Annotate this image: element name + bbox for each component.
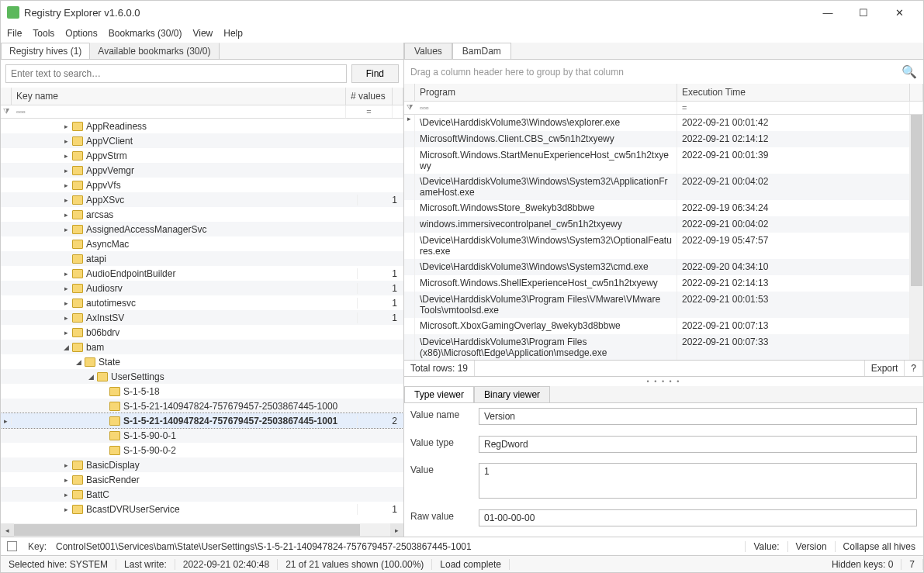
tree-row[interactable]: ◢bam bbox=[1, 340, 403, 354]
col-program[interactable]: Program bbox=[415, 84, 677, 101]
menu-options[interactable]: Options bbox=[65, 28, 97, 39]
maximize-button[interactable]: ☐ bbox=[846, 1, 881, 24]
help-button[interactable]: ? bbox=[905, 361, 923, 376]
expander-icon[interactable]: ▸ bbox=[61, 476, 71, 484]
menu-bookmarks[interactable]: Bookmarks (30/0) bbox=[109, 28, 182, 39]
tree-row[interactable]: ▸AxInstSV1 bbox=[1, 310, 403, 325]
value-field[interactable]: 1 bbox=[479, 463, 917, 499]
grid-row[interactable]: Microsoft.Windows.ShellExperienceHost_cw… bbox=[404, 275, 923, 292]
menu-file[interactable]: File bbox=[7, 28, 22, 39]
filter-icon[interactable]: ⧩ bbox=[1, 105, 12, 118]
expander-icon[interactable]: ◢ bbox=[86, 373, 95, 381]
search-input[interactable] bbox=[5, 64, 347, 83]
expander-icon[interactable]: ▸ bbox=[61, 211, 71, 219]
tree-row[interactable]: ▸AudioEndpointBuilder1 bbox=[1, 266, 403, 281]
search-icon[interactable]: 🔍 bbox=[902, 64, 917, 79]
minimize-button[interactable]: — bbox=[810, 1, 846, 24]
expander-icon[interactable]: ◢ bbox=[61, 343, 71, 351]
tree-row[interactable]: ▸AppXSvc1 bbox=[1, 192, 403, 207]
col-exectime[interactable]: Execution Time bbox=[677, 84, 910, 101]
tree-row[interactable]: S-1-5-18 bbox=[1, 384, 403, 399]
grid-row[interactable]: \Device\HarddiskVolume3\Windows\System32… bbox=[404, 233, 923, 259]
tree-row[interactable]: ▸BasicDisplay bbox=[1, 457, 403, 472]
col-extra[interactable] bbox=[393, 88, 403, 105]
tab-bamdam[interactable]: BamDam bbox=[452, 43, 511, 59]
tree-row[interactable]: S-1-5-21-140947824-757679457-2503867445-… bbox=[1, 399, 403, 413]
export-button[interactable]: Export bbox=[865, 361, 905, 376]
grid-row[interactable]: MicrosoftWindows.Client.CBS_cw5n1h2txyew… bbox=[404, 131, 923, 147]
valuename-field[interactable]: Version bbox=[479, 408, 917, 425]
key-checkbox[interactable] bbox=[7, 541, 17, 551]
valuetype-field[interactable]: RegDword bbox=[479, 436, 917, 453]
filter-keyname[interactable]: ▫▫▫ bbox=[12, 105, 346, 118]
expander-icon[interactable]: ▸ bbox=[61, 152, 71, 160]
grid-row[interactable]: Microsoft.XboxGamingOverlay_8wekyb3d8bbw… bbox=[404, 318, 923, 334]
tree-row[interactable]: ▸AppReadiness bbox=[1, 119, 403, 133]
tree-hscroll[interactable]: ◂ ▸ bbox=[1, 523, 403, 537]
grid-row[interactable]: \Device\HarddiskVolume3\Program Files (x… bbox=[404, 334, 923, 360]
collapse-all-button[interactable]: Collapse all hives bbox=[835, 541, 923, 552]
expander-icon[interactable]: ▸ bbox=[61, 226, 71, 233]
grid-row[interactable]: \Device\HarddiskVolume3\Windows\System32… bbox=[404, 259, 923, 275]
expander-icon[interactable]: ▸ bbox=[61, 285, 71, 292]
grid-row[interactable]: \Device\HarddiskVolume3\Windows\System32… bbox=[404, 174, 923, 200]
grid-row[interactable]: Microsoft.Windows.StartMenuExperienceHos… bbox=[404, 147, 923, 174]
tab-values[interactable]: Values bbox=[404, 43, 452, 59]
close-button[interactable]: ✕ bbox=[881, 1, 917, 24]
grid-row[interactable]: Microsoft.WindowsStore_8wekyb3d8bbwe2022… bbox=[404, 200, 923, 216]
tree-row[interactable]: ◢State bbox=[1, 354, 403, 369]
tree-row[interactable]: ▸BcastDVRUserService1 bbox=[1, 502, 403, 516]
col-values[interactable]: # values bbox=[346, 88, 393, 105]
expander-icon[interactable]: ▸ bbox=[61, 314, 71, 322]
tree-row[interactable]: S-1-5-90-0-1 bbox=[1, 428, 403, 443]
tree-row[interactable]: ▸arcsas bbox=[1, 207, 403, 222]
menu-tools[interactable]: Tools bbox=[33, 28, 54, 39]
tab-type-viewer[interactable]: Type viewer bbox=[404, 386, 474, 402]
expander-icon[interactable]: ▸ bbox=[61, 270, 71, 278]
menu-help[interactable]: Help bbox=[223, 28, 243, 39]
expander-icon[interactable]: ▸ bbox=[61, 461, 71, 469]
find-button[interactable]: Find bbox=[351, 64, 399, 83]
expander-icon[interactable]: ▸ bbox=[61, 491, 71, 499]
expander-icon[interactable]: ▸ bbox=[61, 137, 71, 145]
tree-row[interactable]: ▸S-1-5-21-140947824-757679457-2503867445… bbox=[1, 413, 403, 428]
expander-icon[interactable]: ◢ bbox=[74, 358, 83, 366]
tree-row[interactable]: ▸AppvVemgr bbox=[1, 163, 403, 178]
grid-row[interactable]: ▸\Device\HarddiskVolume3\Windows\explore… bbox=[404, 115, 923, 131]
filter-values[interactable]: = bbox=[346, 105, 393, 118]
expander-icon[interactable]: ▸ bbox=[61, 299, 71, 307]
tree-row[interactable]: ▸BasicRender bbox=[1, 472, 403, 487]
grid-row[interactable]: \Device\HarddiskVolume3\Program Files\VM… bbox=[404, 292, 923, 318]
expander-icon[interactable]: ▸ bbox=[61, 167, 71, 174]
tab-binary-viewer[interactable]: Binary viewer bbox=[474, 386, 550, 402]
expander-icon[interactable]: ▸ bbox=[61, 329, 71, 337]
rawvalue-field[interactable]: 01-00-00-00 bbox=[479, 509, 917, 526]
splitter-horizontal[interactable]: • • • • • bbox=[404, 377, 923, 386]
tree-row[interactable]: atapi bbox=[1, 251, 403, 266]
expander-icon[interactable]: ▸ bbox=[61, 181, 71, 189]
expander-icon[interactable]: ▸ bbox=[61, 506, 71, 513]
key-path[interactable]: ControlSet001\Services\bam\State\UserSet… bbox=[53, 541, 745, 552]
tree-row[interactable]: ▸autotimesvc1 bbox=[1, 295, 403, 310]
tree-row[interactable]: ▸b06bdrv bbox=[1, 325, 403, 340]
tree-row[interactable]: ▸AssignedAccessManagerSvc bbox=[1, 222, 403, 236]
col-keyname[interactable]: Key name bbox=[12, 88, 346, 105]
tree-row[interactable]: S-1-5-90-0-2 bbox=[1, 443, 403, 457]
tree-row[interactable]: ▸AppvVfs bbox=[1, 178, 403, 192]
menu-view[interactable]: View bbox=[192, 28, 213, 39]
expander-icon[interactable]: ▸ bbox=[61, 123, 71, 130]
grid-filter-icon[interactable]: ⧩ bbox=[404, 102, 415, 114]
tree-row[interactable]: ▸Audiosrv1 bbox=[1, 281, 403, 295]
tree-row[interactable]: ▸AppvStrm bbox=[1, 148, 403, 163]
tree-row[interactable]: ◢UserSettings bbox=[1, 369, 403, 384]
tab-registry-hives[interactable]: Registry hives (1) bbox=[1, 43, 90, 59]
tree-row[interactable]: ▸BattC bbox=[1, 487, 403, 502]
grid-vscroll[interactable] bbox=[910, 115, 923, 360]
tree[interactable]: ▸AppReadiness▸AppVClient▸AppvStrm▸AppvVe… bbox=[1, 119, 403, 523]
tab-available-bookmarks[interactable]: Available bookmarks (30/0) bbox=[89, 43, 219, 59]
expander-icon[interactable]: ▸ bbox=[61, 196, 71, 204]
value-name-bottom[interactable]: Version bbox=[787, 541, 835, 552]
tree-row[interactable]: AsyncMac bbox=[1, 236, 403, 251]
grid-row[interactable]: windows.immersivecontrolpanel_cw5n1h2txy… bbox=[404, 216, 923, 233]
filter-program[interactable]: ▫▫▫ bbox=[415, 102, 677, 114]
